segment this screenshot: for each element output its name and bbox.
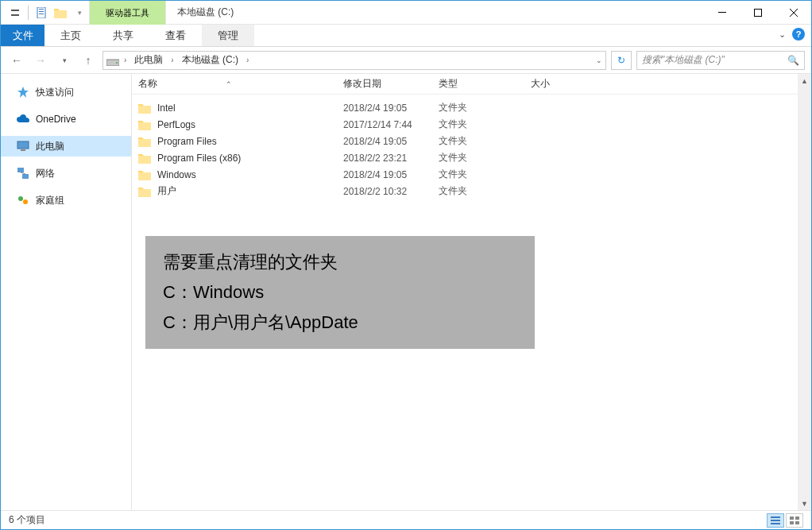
tab-manage[interactable]: 管理 [202, 25, 254, 46]
folder-icon [138, 186, 151, 197]
svg-rect-21 [790, 521, 794, 524]
sidebar-item-label: OneDrive [36, 114, 76, 125]
ribbon-collapse-icon[interactable]: ⌄ [779, 29, 786, 40]
breadcrumb-arrow[interactable]: › [122, 56, 128, 64]
file-name-label: PerfLogs [157, 119, 195, 130]
star-icon [17, 86, 29, 99]
sidebar-item-homegroup[interactable]: 家庭组 [1, 190, 131, 211]
search-placeholder: 搜索"本地磁盘 (C:)" [642, 53, 725, 67]
maximize-button[interactable] [740, 1, 775, 25]
folder-icon [138, 103, 151, 114]
address-dropdown-icon[interactable]: ⌄ [596, 56, 602, 64]
file-row[interactable]: Program Files (x86)2018/2/2 23:21文件夹 [132, 149, 811, 166]
scroll-down-icon[interactable]: ▼ [798, 497, 811, 510]
svg-rect-17 [771, 520, 780, 521]
file-row[interactable]: 用户2018/2/2 10:32文件夹 [132, 183, 811, 199]
svg-rect-16 [771, 516, 780, 518]
sidebar-item-label: 快速访问 [36, 86, 74, 99]
file-row[interactable]: Program Files2018/2/4 19:05文件夹 [132, 133, 811, 149]
file-row[interactable]: PerfLogs2017/12/14 7:44文件夹 [132, 116, 811, 133]
folder-icon [138, 119, 151, 130]
column-date[interactable]: 修改日期 [343, 77, 439, 91]
details-view-button[interactable] [767, 513, 784, 528]
file-date: 2018/2/2 10:32 [343, 186, 439, 197]
file-row[interactable]: Intel2018/2/4 19:05文件夹 [132, 99, 811, 116]
file-type: 文件夹 [439, 151, 531, 164]
file-type: 文件夹 [439, 118, 531, 131]
search-box[interactable]: 搜索"本地磁盘 (C:)" 🔍 [636, 51, 805, 70]
tab-home[interactable]: 主页 [44, 25, 97, 46]
titlebar: ▾ 驱动器工具 本地磁盘 (C:) [1, 1, 811, 25]
minimize-button[interactable] [704, 1, 740, 25]
qat-dropdown-icon[interactable]: ▾ [70, 2, 89, 24]
svg-rect-1 [11, 14, 19, 16]
column-name-label: 名称 [138, 77, 157, 91]
sidebar-item-onedrive[interactable]: OneDrive [1, 109, 131, 130]
close-button[interactable] [775, 1, 811, 25]
view-mode-switcher [767, 513, 803, 528]
file-tab[interactable]: 文件 [1, 25, 44, 46]
tab-share[interactable]: 共享 [97, 25, 149, 46]
svg-rect-10 [17, 141, 29, 149]
column-headers: 名称 ⌃ 修改日期 类型 大小 [132, 74, 811, 95]
svg-point-9 [116, 62, 118, 64]
breadcrumb-arrow[interactable]: › [169, 56, 175, 64]
file-date: 2018/2/2 23:21 [343, 153, 439, 164]
forward-button[interactable]: → [31, 51, 50, 70]
back-button[interactable]: ← [7, 51, 26, 70]
sidebar-item-network[interactable]: 网络 [1, 163, 131, 184]
file-type: 文件夹 [439, 168, 531, 181]
file-name-label: Intel [157, 103, 176, 114]
vertical-scrollbar[interactable]: ▲ ▼ [798, 74, 811, 510]
svg-rect-6 [718, 12, 726, 13]
qat-menu-icon[interactable] [6, 2, 25, 24]
file-row[interactable]: Windows2018/2/4 19:05文件夹 [132, 166, 811, 183]
quick-access-toolbar: ▾ [1, 1, 90, 24]
svg-rect-19 [790, 516, 794, 520]
svg-point-14 [18, 196, 23, 201]
refresh-button[interactable]: ↻ [611, 51, 632, 70]
column-size[interactable]: 大小 [531, 77, 594, 91]
breadcrumb-this-pc[interactable]: 此电脑 [131, 53, 166, 67]
folder-icon [138, 136, 151, 147]
file-name-label: 用户 [157, 184, 176, 198]
search-icon[interactable]: 🔍 [787, 55, 799, 66]
annotation-line: 需要重点清理的文件夹 [163, 247, 517, 277]
sidebar-item-this-pc[interactable]: 此电脑 [1, 136, 131, 157]
properties-icon[interactable] [32, 2, 51, 24]
file-name-label: Windows [157, 169, 196, 180]
sidebar-item-label: 家庭组 [36, 194, 64, 207]
window-title: 本地磁盘 (C:) [166, 1, 234, 24]
annotation-line: C：用户\用户名\AppDate [163, 308, 517, 338]
sidebar-item-quick-access[interactable]: 快速访问 [1, 82, 131, 103]
svg-point-15 [23, 199, 28, 204]
navigation-bar: ← → ▾ ↑ › 此电脑 › 本地磁盘 (C:) › ⌄ ↻ 搜索"本地磁盘 … [1, 47, 811, 74]
ribbon-tabs: 文件 主页 共享 查看 管理 ⌄ ? [1, 25, 811, 47]
cloud-icon [17, 113, 29, 126]
recent-dropdown-icon[interactable]: ▾ [55, 51, 74, 70]
svg-rect-3 [39, 9, 44, 10]
sidebar-item-label: 网络 [36, 167, 55, 180]
folder-icon [138, 153, 151, 164]
file-date: 2018/2/4 19:05 [343, 169, 439, 180]
sidebar-item-label: 此电脑 [36, 140, 64, 153]
help-icon[interactable]: ? [792, 28, 805, 41]
breadcrumb-arrow[interactable]: › [245, 56, 250, 64]
icons-view-button[interactable] [786, 513, 803, 528]
column-name[interactable]: 名称 ⌃ [138, 77, 343, 91]
annotation-line: C：Windows [163, 277, 517, 308]
context-tab-label: 驱动器工具 [106, 7, 149, 19]
contextual-tab-header: 驱动器工具 [90, 1, 166, 25]
breadcrumb-drive-c[interactable]: 本地磁盘 (C:) [179, 53, 242, 67]
file-date: 2017/12/14 7:44 [343, 119, 439, 130]
up-button[interactable]: ↑ [79, 51, 98, 70]
column-type[interactable]: 类型 [439, 77, 531, 91]
file-date: 2018/2/4 19:05 [343, 103, 439, 114]
folder-icon[interactable] [51, 2, 70, 24]
tab-view[interactable]: 查看 [149, 25, 202, 46]
separator [28, 6, 29, 20]
scroll-up-icon[interactable]: ▲ [798, 74, 811, 87]
address-bar[interactable]: › 此电脑 › 本地磁盘 (C:) › ⌄ [102, 51, 606, 70]
svg-rect-7 [754, 10, 761, 17]
svg-rect-12 [17, 168, 24, 172]
